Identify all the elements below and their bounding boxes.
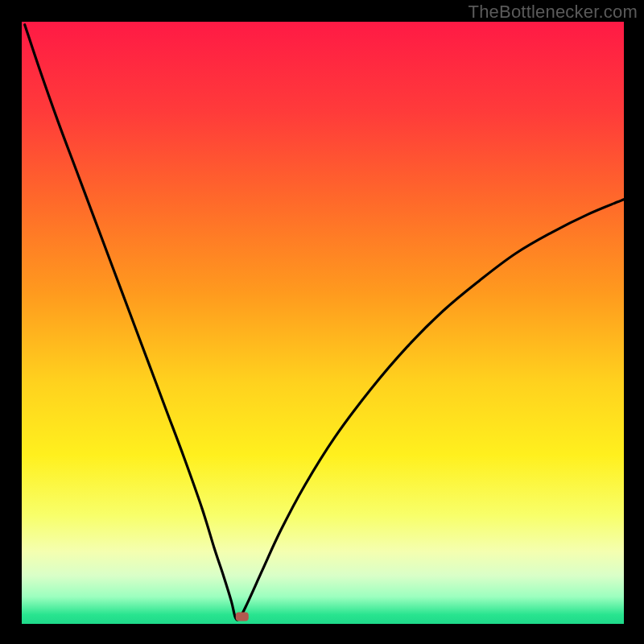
bottleneck-chart [22,22,624,624]
chart-frame: TheBottlenecker.com [0,0,644,644]
plot-area [22,22,624,624]
gradient-background [22,22,624,624]
watermark-text: TheBottlenecker.com [469,2,638,23]
optimum-marker [236,613,249,621]
